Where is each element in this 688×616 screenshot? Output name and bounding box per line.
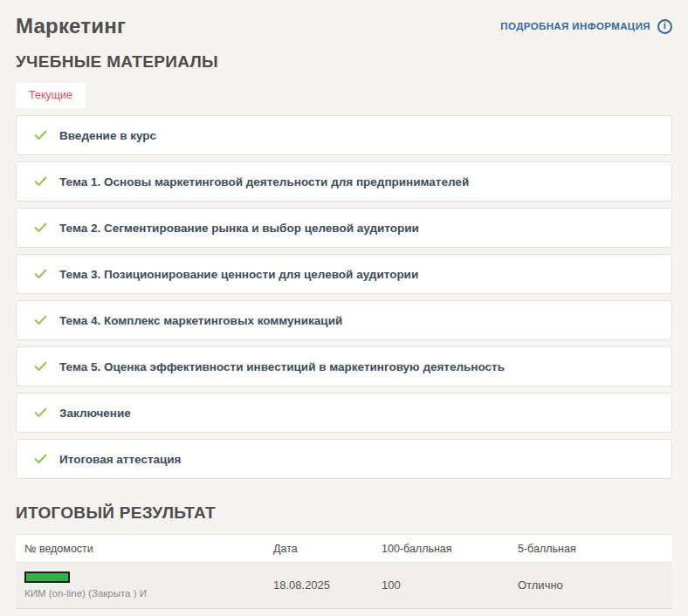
check-icon <box>34 454 47 464</box>
page-header: Маркетинг ПОДРОБНАЯ ИНФОРМАЦИЯ i <box>16 0 672 49</box>
check-icon <box>34 407 47 418</box>
material-item-label: Тема 2. Сегментирование рынка и выбор це… <box>59 222 419 235</box>
material-item-label: Тема 5. Оценка эффективности инвестиций … <box>59 360 505 373</box>
check-icon <box>34 361 47 372</box>
column-header-date: Дата <box>273 543 382 555</box>
date-cell: 18.08.2025 <box>273 578 382 592</box>
sheet-name: КИМ (on-line) (Закрыта ) И <box>24 588 273 599</box>
materials-heading: УЧЕБНЫЕ МАТЕРИАЛЫ <box>16 52 672 72</box>
final-result-section: ИТОГОВЫЙ РЕЗУЛЬТАТ № ведомости Дата 100-… <box>16 503 672 609</box>
check-icon <box>34 130 47 140</box>
score100-cell: 100 <box>382 578 518 592</box>
check-icon <box>34 176 47 187</box>
material-item-label: Введение в курс <box>59 129 156 142</box>
course-page: Маркетинг ПОДРОБНАЯ ИНФОРМАЦИЯ i УЧЕБНЫЕ… <box>0 0 688 609</box>
material-item-label: Заключение <box>59 407 131 420</box>
detailed-info-link-label: ПОДРОБНАЯ ИНФОРМАЦИЯ <box>500 21 650 31</box>
check-icon <box>34 222 47 233</box>
material-item-label: Тема 1. Основы маркетинговой деятельност… <box>59 175 469 188</box>
page-title: Маркетинг <box>16 14 126 38</box>
column-header-score5: 5-балльная <box>518 543 672 555</box>
materials-list: Введение в курс Тема 1. Основы маркетинг… <box>16 115 672 479</box>
table-header-row: № ведомости Дата 100-балльная 5-балльная <box>16 534 672 563</box>
detailed-info-link[interactable]: ПОДРОБНАЯ ИНФОРМАЦИЯ i <box>500 19 672 34</box>
material-item[interactable]: Тема 1. Основы маркетинговой деятельност… <box>16 161 672 202</box>
material-item[interactable]: Тема 3. Позиционирование ценности для це… <box>16 254 672 294</box>
sheet-cell: КИМ (on-line) (Закрыта ) И <box>16 572 273 599</box>
material-item[interactable]: Тема 2. Сегментирование рынка и выбор це… <box>16 208 672 248</box>
material-item[interactable]: Тема 4. Комплекс маркетинговых коммуника… <box>16 300 672 340</box>
material-item-label: Тема 4. Комплекс маркетинговых коммуника… <box>59 314 342 327</box>
tab-current[interactable]: Текущие <box>16 83 86 108</box>
check-icon <box>34 269 47 279</box>
material-item[interactable]: Введение в курс <box>16 115 672 155</box>
material-item-label: Итоговая аттестация <box>59 453 182 466</box>
material-item[interactable]: Итоговая аттестация <box>16 439 672 479</box>
results-table: № ведомости Дата 100-балльная 5-балльная… <box>16 534 672 609</box>
material-item[interactable]: Заключение <box>16 393 672 433</box>
check-icon <box>34 315 47 325</box>
progress-bar <box>24 572 70 583</box>
table-row: КИМ (on-line) (Закрыта ) И 18.08.2025 10… <box>16 563 672 609</box>
final-result-heading: ИТОГОВЫЙ РЕЗУЛЬТАТ <box>16 503 672 523</box>
material-item[interactable]: Тема 5. Оценка эффективности инвестиций … <box>16 346 672 387</box>
info-icon: i <box>657 19 672 34</box>
column-header-score100: 100-балльная <box>382 543 518 555</box>
score5-cell: Отлично <box>518 578 672 592</box>
material-item-label: Тема 3. Позиционирование ценности для це… <box>59 268 418 281</box>
column-header-sheet: № ведомости <box>16 543 273 555</box>
